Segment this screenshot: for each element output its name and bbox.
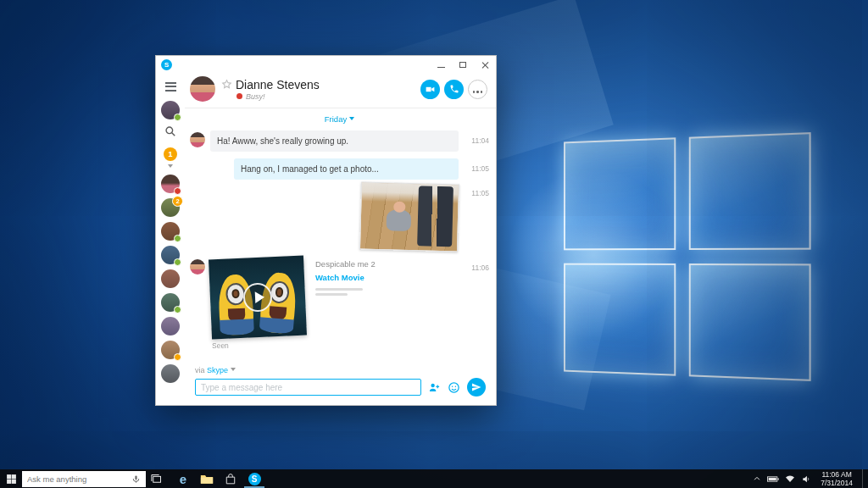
contact-name: Dianne Stevens	[236, 78, 320, 92]
photo-figure	[417, 186, 453, 247]
video-camera-icon	[425, 84, 436, 95]
task-view-icon	[150, 474, 163, 485]
via-selector[interactable]: via Skype	[185, 364, 496, 377]
smiley-icon	[448, 381, 460, 394]
taskbar-clock[interactable]: 11:06 AM 7/31/2014	[817, 470, 856, 487]
task-view-button[interactable]	[146, 469, 166, 488]
send-plane-icon	[471, 382, 481, 392]
contact-avatar[interactable]	[161, 269, 180, 288]
speaker-icon	[801, 474, 811, 484]
composer	[185, 377, 496, 405]
message-timestamp: 11:05	[465, 164, 489, 173]
card-meta-line	[315, 288, 363, 291]
video-thumbnail[interactable]	[209, 256, 307, 340]
search-icon	[164, 125, 176, 137]
add-person-icon	[428, 381, 441, 394]
message-bubble: Ha! Awww, she's really growing up.	[210, 130, 459, 152]
status-available-badge	[174, 235, 181, 242]
favorite-star-icon[interactable]	[221, 79, 232, 90]
contact-status: Busy!	[221, 92, 320, 101]
contact-identity: Dianne Stevens Busy!	[221, 78, 320, 101]
contact-unread-badge: 2	[172, 196, 183, 207]
volume-indicator[interactable]	[801, 474, 811, 484]
call-actions	[420, 80, 487, 99]
date-divider[interactable]: Friday	[190, 114, 489, 124]
windows-logo	[564, 132, 811, 381]
maximize-icon	[459, 62, 466, 68]
clock-time: 11:06 AM	[821, 470, 853, 479]
taskbar-edge-icon[interactable]: e	[173, 469, 193, 488]
contact-rail: 1 2	[156, 73, 185, 405]
battery-icon	[767, 475, 779, 483]
windows-logo-pane	[689, 132, 811, 250]
contact-avatar[interactable]	[190, 259, 205, 274]
status-available-badge	[174, 258, 181, 266]
message-list: Friday Ha! Awww, she's really growing up…	[185, 108, 496, 364]
read-receipt: Seen	[210, 341, 305, 350]
taskbar-search-box[interactable]: Ask me anything	[22, 471, 146, 487]
maximize-button[interactable]	[452, 56, 474, 73]
contact-avatar-selected[interactable]	[161, 175, 180, 193]
contact-avatar[interactable]	[161, 246, 180, 264]
chevron-down-icon[interactable]	[168, 164, 173, 170]
message-row: 11:05	[190, 183, 489, 251]
voice-call-button[interactable]	[444, 80, 464, 99]
contact-avatar[interactable]	[161, 317, 180, 336]
show-desktop-button[interactable]	[862, 469, 866, 488]
contact-avatar[interactable]	[190, 76, 215, 102]
message-row: Hang on, I managed to get a photo... 11:…	[190, 158, 489, 180]
contact-avatar[interactable]	[161, 341, 180, 359]
battery-indicator[interactable]	[767, 475, 779, 483]
shared-photo[interactable]	[359, 181, 459, 252]
conversation-panel: Dianne Stevens Busy!	[185, 73, 496, 405]
watch-movie-link[interactable]: Watch Movie	[315, 273, 364, 282]
status-available-badge	[174, 306, 181, 313]
desktop: S 1	[0, 0, 868, 488]
contact-avatar[interactable]	[161, 364, 180, 383]
message-timestamp: 11:06	[465, 263, 489, 272]
status-away-badge	[174, 353, 181, 361]
contact-avatar[interactable]	[161, 222, 180, 241]
add-participant-button[interactable]	[428, 381, 441, 394]
emoticon-button[interactable]	[448, 381, 460, 394]
photo-figure	[386, 209, 411, 231]
self-avatar[interactable]	[161, 101, 180, 119]
busy-status-icon	[236, 93, 242, 99]
message-input[interactable]	[195, 379, 421, 396]
skype-logo-letter: S	[164, 61, 169, 69]
menu-button[interactable]	[165, 76, 176, 98]
window-titlebar[interactable]: S	[156, 56, 496, 73]
tray-expand-button[interactable]	[753, 474, 761, 483]
chevron-up-icon	[753, 474, 761, 483]
phone-icon	[449, 84, 459, 94]
close-icon	[481, 61, 489, 69]
more-options-button[interactable]	[468, 80, 487, 99]
message-row: Ha! Awww, she's really growing up. 11:04	[190, 130, 489, 152]
via-prefix: via	[195, 366, 205, 374]
system-tray: 11:06 AM 7/31/2014	[753, 469, 868, 488]
shopping-bag-icon	[225, 474, 236, 485]
media-card-title: Despicable me 2	[315, 259, 376, 269]
taskbar-store-icon[interactable]	[220, 469, 241, 488]
windows-start-icon	[6, 474, 17, 485]
microphone-icon[interactable]	[131, 474, 141, 485]
send-button[interactable]	[467, 378, 486, 396]
taskbar-file-explorer-icon[interactable]	[197, 469, 217, 488]
taskbar-skype-icon[interactable]: S	[244, 469, 264, 488]
contact-avatar[interactable]: 2	[161, 198, 180, 217]
folder-icon	[200, 474, 214, 485]
contact-avatar[interactable]	[161, 293, 180, 312]
network-indicator[interactable]	[785, 474, 795, 483]
status-text: Busy!	[246, 92, 265, 101]
search-button[interactable]	[164, 125, 176, 141]
video-call-button[interactable]	[420, 80, 440, 99]
close-button[interactable]	[474, 56, 496, 73]
contact-avatar[interactable]	[190, 132, 205, 147]
windows-logo-pane	[689, 263, 811, 381]
unread-count-badge[interactable]: 1	[164, 147, 177, 161]
caption-buttons	[430, 56, 496, 73]
minimize-button[interactable]	[430, 56, 452, 73]
start-button[interactable]	[0, 469, 22, 488]
skype-window: S 1	[155, 55, 497, 406]
chevron-down-icon	[231, 368, 236, 374]
